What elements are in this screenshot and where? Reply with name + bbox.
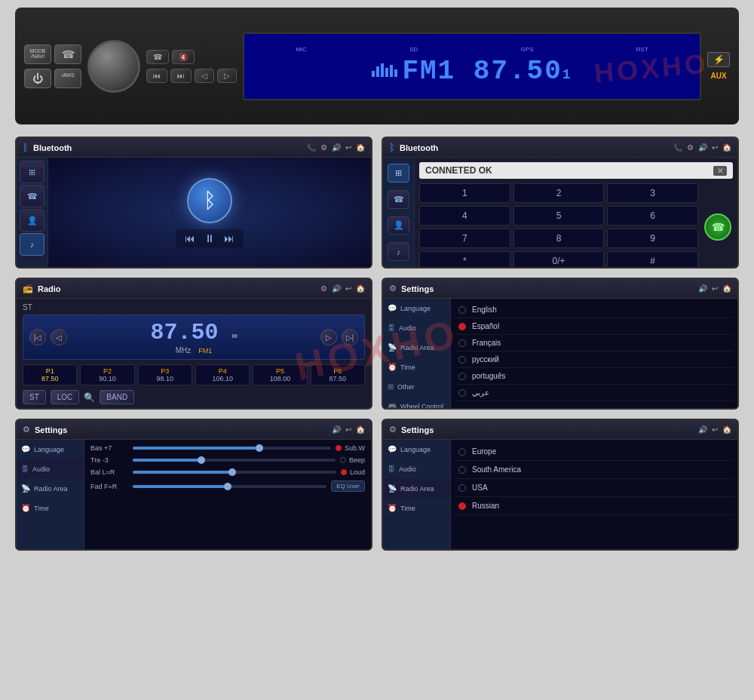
sra-radio-area-item[interactable]: 📡 Radio Area	[383, 479, 450, 499]
fader-slider[interactable]	[133, 485, 326, 488]
bt1-phone-icon[interactable]: 📞	[307, 143, 316, 152]
bt1-contacts-btn[interactable]: 👤	[20, 209, 44, 232]
bt1-pause-btn[interactable]: ⏸	[204, 232, 215, 244]
num-7[interactable]: 7	[419, 229, 510, 248]
preset-6[interactable]: P6 87.50	[311, 364, 365, 385]
treble-slider[interactable]	[133, 459, 336, 462]
prev-track-button[interactable]: ◁	[195, 69, 214, 83]
radio-loc-btn[interactable]: LOC	[51, 390, 80, 404]
eq-button[interactable]: EQ User	[331, 480, 365, 492]
preset-4[interactable]: P4 106.10	[195, 364, 250, 385]
sra-back-icon[interactable]: ↩	[712, 425, 718, 434]
sra-audio-item[interactable]: 🎛 Audio	[383, 459, 450, 479]
settings-radio-area-item[interactable]: 📡 Radio Area	[383, 338, 450, 358]
radio-home-icon[interactable]: 🏠	[356, 284, 365, 293]
bt2-settings-icon[interactable]: ⚙	[687, 143, 694, 152]
settings-language-item[interactable]: 💬 Language	[383, 299, 450, 318]
num-0-plus[interactable]: 0/+	[513, 251, 605, 269]
bt1-settings-icon[interactable]: ⚙	[320, 143, 327, 152]
sa-language-item[interactable]: 💬 Language	[17, 440, 84, 459]
settings-other-item[interactable]: ⊞ Other	[383, 377, 450, 397]
sa-volume-icon[interactable]: 🔊	[332, 425, 341, 434]
sl-home-icon[interactable]: 🏠	[722, 284, 731, 293]
sa-time-item[interactable]: ⏰ Time	[17, 499, 84, 518]
bt1-home-icon[interactable]: 🏠	[356, 143, 365, 152]
volume-knob[interactable]	[87, 40, 140, 93]
sa-home-icon[interactable]: 🏠	[356, 425, 365, 434]
preset-3[interactable]: P3 98.10	[138, 364, 192, 385]
radio-skip-back[interactable]: |◁	[29, 329, 46, 345]
sra-volume-icon[interactable]: 🔊	[698, 425, 707, 434]
preset-1[interactable]: P1 87.50	[23, 364, 77, 385]
area-south-america[interactable]: South America	[455, 461, 733, 479]
radio-volume-icon[interactable]: 🔊	[332, 284, 341, 293]
sa-audio-item[interactable]: 🎛 Audio	[17, 459, 84, 479]
sra-home-icon[interactable]: 🏠	[722, 425, 731, 434]
num-star[interactable]: *	[419, 251, 510, 269]
ams-button[interactable]: /AMS	[54, 69, 81, 88]
sra-time-item[interactable]: ⏰ Time	[383, 499, 450, 518]
bass-thumb[interactable]	[256, 444, 263, 452]
mute-button[interactable]: 🔇	[172, 50, 195, 64]
balance-slider[interactable]	[133, 471, 336, 474]
balance-thumb[interactable]	[228, 468, 236, 476]
radio-settings-icon[interactable]: ⚙	[320, 284, 327, 293]
sra-language-item[interactable]: 💬 Language	[383, 440, 450, 459]
rewind-button[interactable]: ⏮	[146, 69, 167, 83]
lang-francais[interactable]: Français	[455, 335, 733, 352]
phone-button[interactable]: ☎	[54, 45, 81, 64]
bt2-grid-btn[interactable]: ⊞	[388, 164, 409, 183]
num-1[interactable]: 1	[419, 183, 510, 203]
area-russian[interactable]: Russian	[455, 497, 733, 515]
sl-back-icon[interactable]: ↩	[712, 284, 718, 293]
lang-english[interactable]: English	[455, 302, 733, 318]
bt2-phone-btn[interactable]: ☎	[388, 190, 409, 209]
radio-prev[interactable]: ◁	[51, 329, 67, 345]
bt2-phone-icon[interactable]: 📞	[673, 143, 682, 152]
sa-radio-area-item[interactable]: 📡 Radio Area	[17, 479, 84, 499]
treble-thumb[interactable]	[198, 456, 205, 464]
num-8[interactable]: 8	[513, 229, 605, 248]
bt2-close-btn[interactable]: ✕	[713, 166, 727, 176]
num-3[interactable]: 3	[607, 183, 698, 203]
forward-button[interactable]: ⏭	[170, 69, 192, 83]
sl-volume-icon[interactable]: 🔊	[698, 284, 707, 293]
modb-navi-button[interactable]: MODB /NAVI	[24, 45, 51, 64]
preset-2[interactable]: P2 90.10	[80, 364, 134, 385]
bt1-volume-icon[interactable]: 🔊	[332, 143, 341, 152]
radio-st-btn[interactable]: ST	[23, 390, 46, 404]
settings-audio-item[interactable]: 🎛 Audio	[383, 318, 450, 338]
num-9[interactable]: 9	[607, 229, 698, 248]
next-track-button[interactable]: ▷	[217, 69, 237, 83]
num-6[interactable]: 6	[607, 206, 698, 226]
bt1-grid-btn[interactable]: ⊞	[20, 161, 44, 183]
bt1-back-icon[interactable]: ↩	[345, 143, 351, 152]
bt2-home-icon[interactable]: 🏠	[722, 143, 731, 152]
settings-time-item[interactable]: ⏰ Time	[383, 358, 450, 377]
settings-wheel-item[interactable]: 🎮 Wheel Control	[383, 397, 450, 410]
answer-button[interactable]: ☎	[146, 50, 169, 64]
bt2-music-btn[interactable]: ♪	[388, 242, 409, 261]
lang-espanol[interactable]: Español	[455, 318, 733, 335]
radio-skip-fwd[interactable]: ▷|	[342, 329, 358, 345]
sa-back-icon[interactable]: ↩	[345, 425, 351, 434]
power-button[interactable]: ⏻	[24, 69, 51, 88]
area-europe[interactable]: Europe	[455, 443, 733, 461]
radio-band-btn[interactable]: BAND	[100, 390, 134, 404]
bt2-contacts-btn[interactable]: 👤	[388, 216, 409, 235]
lang-portugues[interactable]: português	[455, 368, 733, 385]
bt1-prev-btn[interactable]: ⏮	[185, 232, 195, 244]
radio-next[interactable]: ▷	[320, 329, 337, 345]
num-5[interactable]: 5	[513, 206, 605, 226]
num-2[interactable]: 2	[513, 183, 605, 203]
bt2-volume-icon[interactable]: 🔊	[698, 143, 707, 152]
bt2-back-icon[interactable]: ↩	[712, 143, 718, 152]
usb-port[interactable]: ⚡	[707, 52, 730, 67]
bass-slider[interactable]	[133, 447, 331, 450]
lang-russian[interactable]: русский	[455, 352, 733, 368]
num-4[interactable]: 4	[419, 206, 510, 226]
num-hash[interactable]: #	[607, 251, 698, 269]
bt1-next-btn[interactable]: ⏭	[224, 232, 234, 244]
fader-thumb[interactable]	[224, 483, 231, 490]
lang-arabic[interactable]: عربي	[455, 385, 733, 401]
